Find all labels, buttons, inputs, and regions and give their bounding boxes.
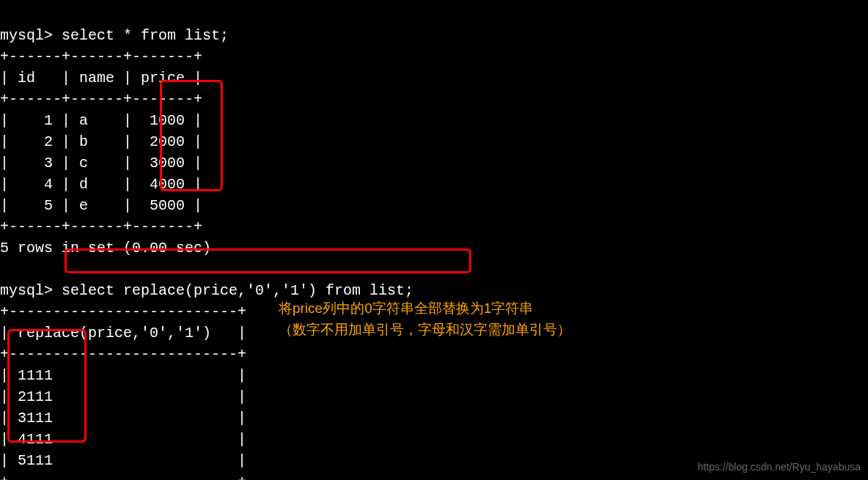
table2-header: | replace(price,'0','1') | <box>0 325 246 341</box>
table2-border: +--------------------------+ <box>0 346 246 363</box>
table1-row: | 4 | d | 4000 | <box>0 176 202 193</box>
annotation-line-1: 将price列中的0字符串全部替换为1字符串 <box>279 298 571 320</box>
annotation-text: 将price列中的0字符串全部替换为1字符串 （数字不用加单引号，字母和汉字需加… <box>279 298 571 340</box>
table1-header: | id | name | price | <box>0 70 202 86</box>
table2-row: | 5111 | <box>0 452 246 469</box>
table2-row: | 2111 | <box>0 388 246 405</box>
table1-row: | 1 | a | 1000 | <box>0 112 202 129</box>
query-2: select replace(price,'0','1') from list; <box>62 282 413 299</box>
table2-row: | 3111 | <box>0 410 246 427</box>
prompt: mysql> <box>0 27 53 44</box>
table2-border: +--------------------------+ <box>0 473 246 480</box>
table1-border: +------+------+-------+ <box>0 218 202 235</box>
table2-row: | 1111 | <box>0 367 246 384</box>
terminal-output: mysql> select * from list; +------+-----… <box>0 4 868 480</box>
table1-row: | 2 | b | 2000 | <box>0 133 202 150</box>
prompt: mysql> <box>0 282 53 299</box>
table2-border: +--------------------------+ <box>0 303 246 320</box>
annotation-line-2: （数字不用加单引号，字母和汉字需加单引号） <box>279 320 571 341</box>
result-1: 5 rows in set (0.00 sec) <box>0 240 211 256</box>
table1-row: | 3 | c | 3000 | <box>0 155 202 171</box>
table1-border: +------+------+-------+ <box>0 91 202 108</box>
watermark: https://blog.csdn.net/Ryu_hayabusa <box>697 459 861 474</box>
query-1: select * from list; <box>62 27 229 44</box>
table2-row: | 4111 | <box>0 431 246 448</box>
table1-row: | 5 | e | 5000 | <box>0 197 202 214</box>
table1-border: +------+------+-------+ <box>0 48 202 65</box>
